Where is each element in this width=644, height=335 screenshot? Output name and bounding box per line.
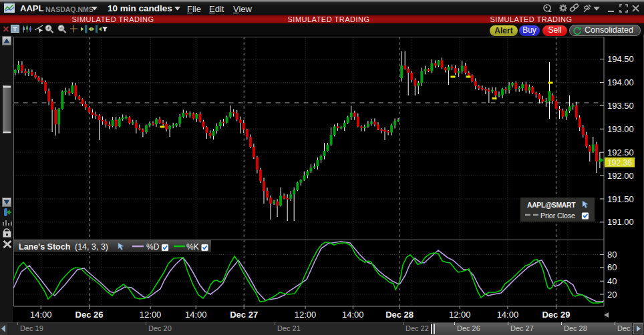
svg-text:%K: %K <box>186 242 199 252</box>
svg-text:60: 60 <box>607 262 617 272</box>
svg-text:Dec 26: Dec 26 <box>75 310 104 320</box>
svg-text:193.50: 193.50 <box>607 101 634 111</box>
svg-text:80: 80 <box>607 250 617 260</box>
svg-text:14:00: 14:00 <box>185 310 207 320</box>
svg-text:192.50: 192.50 <box>607 147 634 157</box>
svg-text:40: 40 <box>607 276 617 286</box>
svg-text:14:00: 14:00 <box>342 310 364 320</box>
svg-text:Dec 28: Dec 28 <box>385 310 414 320</box>
svg-text:193.00: 193.00 <box>607 124 634 134</box>
svg-text:194.00: 194.00 <box>607 77 634 87</box>
svg-text:AAPL@SMART: AAPL@SMART <box>527 201 576 209</box>
svg-text:%D: %D <box>146 242 160 252</box>
svg-text:14:00: 14:00 <box>497 310 519 320</box>
svg-text:12:00: 12:00 <box>449 310 471 320</box>
svg-text:192.36: 192.36 <box>607 158 632 168</box>
svg-text:191.00: 191.00 <box>607 217 634 227</box>
svg-text:Dec 29: Dec 29 <box>542 310 570 320</box>
svg-text:Prior Close: Prior Close <box>540 212 575 220</box>
svg-text:Dec 27: Dec 27 <box>230 310 258 320</box>
svg-text:192.00: 192.00 <box>607 171 634 181</box>
svg-text:Lane's Stoch: Lane's Stoch <box>19 242 70 252</box>
svg-text:12:00: 12:00 <box>140 310 162 320</box>
svg-text:20: 20 <box>607 290 617 300</box>
svg-text:12:00: 12:00 <box>295 310 317 320</box>
svg-text:191.50: 191.50 <box>607 194 634 204</box>
svg-text:14:00: 14:00 <box>30 310 52 320</box>
svg-text:194.50: 194.50 <box>607 54 634 64</box>
svg-text:(14, 3, 3): (14, 3, 3) <box>75 242 108 252</box>
